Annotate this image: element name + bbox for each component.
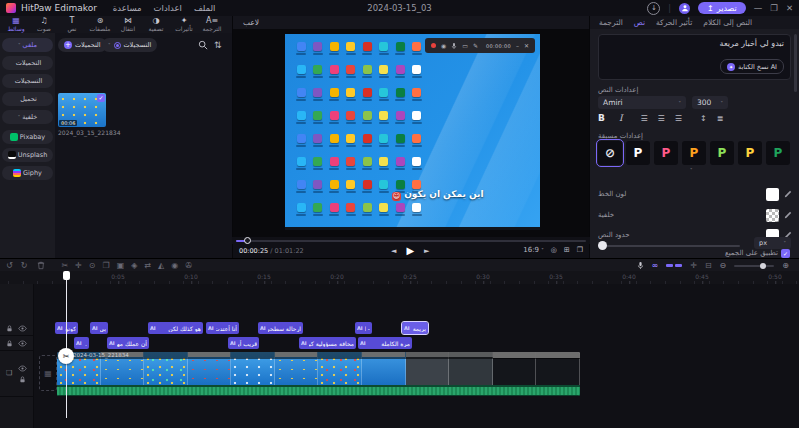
- asset-tab[interactable]: ⊛ ملصقات: [86, 17, 114, 32]
- edit-tool-icon[interactable]: ✂: [61, 262, 68, 270]
- panel-scrollbar[interactable]: [794, 34, 797, 92]
- eyedropper-icon[interactable]: [784, 211, 792, 219]
- border-width-slider[interactable]: [602, 245, 740, 247]
- subtitle-clip[interactable]: AI - ا: [355, 322, 372, 334]
- fullscreen-icon[interactable]: ❒: [577, 246, 583, 254]
- redo-icon[interactable]: ↻: [21, 262, 28, 270]
- aspect-ratio-dropdown[interactable]: 16:9 ˅: [523, 246, 543, 254]
- vertical-spacing-icon[interactable]: ↕: [700, 114, 707, 123]
- subtitle-clip[interactable]: AI .: [74, 337, 89, 349]
- zoom-out-icon[interactable]: ⊖: [720, 262, 727, 270]
- menu-settings[interactable]: اعدادات: [154, 3, 182, 13]
- visibility-eye-icon[interactable]: [18, 365, 27, 372]
- preset-style-tile[interactable]: P: [738, 141, 762, 165]
- font-color-swatch[interactable]: [766, 188, 779, 201]
- video-frame[interactable]: ◉ ▭ ✎ 00:00:00 – ✕ اين يمكن ان يكون ☺: [285, 34, 540, 230]
- marker-icon[interactable]: ✛: [690, 262, 697, 270]
- subtitle-clip[interactable]: AI بريمة: [402, 322, 428, 334]
- recordings-dropdown[interactable]: ˅ التسجيلات: [102, 38, 157, 52]
- play-button[interactable]: ▶: [406, 245, 414, 256]
- snapshot-icon[interactable]: ◎: [551, 246, 557, 254]
- undo-icon[interactable]: ↺: [6, 262, 13, 270]
- border-width-slider-thumb[interactable]: [598, 241, 607, 250]
- asset-tab[interactable]: ◑ تصفية: [142, 17, 170, 32]
- edit-tool-icon[interactable]: ▣: [117, 262, 125, 270]
- sort-icon[interactable]: ⇅: [214, 40, 222, 50]
- link-icon[interactable]: ∞: [652, 261, 659, 270]
- edit-tool-icon[interactable]: ✛: [75, 262, 82, 270]
- unit-dropdown[interactable]: px ˅: [754, 237, 791, 249]
- trash-icon[interactable]: [37, 261, 45, 270]
- line-spacing-icon[interactable]: ≣: [717, 114, 724, 123]
- provider-item[interactable]: Giphy: [2, 166, 53, 180]
- media-thumbnail[interactable]: ✓ 00:06: [58, 93, 106, 127]
- subtitle-clip[interactable]: AI أنا أعتدت: [206, 322, 239, 334]
- edit-tool-icon[interactable]: ◈: [131, 262, 137, 270]
- text-panel-tab[interactable]: تأثير الحركة: [656, 18, 692, 27]
- minimize-button[interactable]: —: [754, 3, 763, 13]
- playhead-handle[interactable]: [63, 271, 70, 280]
- menu-help[interactable]: مساعدة: [113, 3, 142, 13]
- preset-style-tile[interactable]: P: [654, 141, 678, 165]
- sidebar-item[interactable]: تحميل: [2, 92, 53, 106]
- edit-tool-icon[interactable]: ◉: [171, 262, 178, 270]
- magnet-icon[interactable]: [666, 264, 682, 267]
- restore-button[interactable]: ❐: [770, 3, 778, 13]
- provider-item[interactable]: Unsplash: [2, 148, 53, 162]
- asset-tab[interactable]: T نص: [58, 17, 86, 32]
- asset-tab[interactable]: ⋈ انتقال: [114, 17, 142, 32]
- preset-style-tile[interactable]: P: [626, 141, 650, 165]
- edit-tool-icon[interactable]: ◭: [158, 262, 164, 270]
- subtitle-clip[interactable]: AI هو كذلك لكن: [148, 322, 203, 334]
- bold-button[interactable]: B: [598, 113, 605, 123]
- align-left-icon[interactable]: ☰: [640, 114, 647, 123]
- preset-style-tile[interactable]: P: [682, 141, 706, 165]
- voiceover-mic-icon[interactable]: [637, 261, 644, 270]
- edit-tool-icon[interactable]: ⇄: [144, 262, 151, 270]
- subtitle-clip[interactable]: AI أن عملك مهم: [107, 337, 149, 349]
- subtitle-clip[interactable]: AI مرة الكاملة: [358, 337, 412, 349]
- edit-tool-icon[interactable]: ⊙: [89, 262, 96, 270]
- sidebar-item[interactable]: التحميلات: [2, 56, 53, 70]
- text-panel-tab[interactable]: نص: [634, 18, 645, 27]
- asset-tab[interactable]: A≡ الترجمة: [198, 17, 226, 32]
- text-panel-tab[interactable]: الترجمة: [599, 18, 623, 27]
- apply-to-all-checkbox[interactable]: ✓: [781, 249, 790, 258]
- add-media-placeholder[interactable]: ▦: [39, 355, 57, 391]
- seek-thumb[interactable]: [244, 237, 251, 244]
- add-downloads-button[interactable]: + التحميلات: [58, 38, 107, 52]
- seek-track[interactable]: [236, 240, 586, 242]
- zoom-slider-thumb[interactable]: [760, 263, 766, 269]
- lock-icon[interactable]: [19, 376, 26, 383]
- user-avatar[interactable]: [679, 3, 690, 14]
- close-button[interactable]: ✕: [786, 3, 793, 13]
- preset-style-tile[interactable]: ⊘: [598, 141, 622, 165]
- font-family-dropdown[interactable]: Amiri ˅: [598, 96, 686, 109]
- next-frame-button[interactable]: ►: [424, 247, 429, 255]
- export-button[interactable]: ↥ تصدير: [698, 2, 746, 14]
- italic-button[interactable]: I: [619, 113, 623, 123]
- zoom-in-icon[interactable]: ⊕: [782, 262, 789, 270]
- sidebar-item[interactable]: ˅ ملفي: [2, 38, 53, 52]
- text-panel-tab[interactable]: النص إلى الكلام: [703, 18, 752, 27]
- sidebar-item[interactable]: ˅ خلفية: [2, 110, 53, 124]
- preset-style-tile[interactable]: P: [766, 141, 790, 165]
- player-seekbar[interactable]: [232, 237, 590, 244]
- align-right-icon[interactable]: ☰: [675, 114, 682, 123]
- preset-style-tile[interactable]: P: [710, 141, 734, 165]
- subtitle-clip[interactable]: AI ارحالة سطحي: [258, 322, 303, 334]
- asset-tab[interactable]: ♫ صوت: [30, 17, 58, 32]
- video-clip[interactable]: 2024-03-15_221834: [57, 352, 580, 396]
- subtitle-clip[interactable]: AI بي: [90, 322, 108, 334]
- ai-copywriting-button[interactable]: ✦ نسخ الكتابة AI: [720, 59, 784, 74]
- edit-tool-icon[interactable]: ✇: [185, 262, 192, 270]
- presets-expand-icon[interactable]: ˅: [690, 167, 693, 173]
- track-manager-icon[interactable]: ⊟: [705, 262, 712, 270]
- font-size-dropdown[interactable]: 300 ˅: [692, 96, 728, 109]
- eyedropper-icon[interactable]: [784, 190, 792, 198]
- playhead-line[interactable]: [66, 271, 67, 418]
- align-center-icon[interactable]: ☰: [658, 114, 665, 123]
- timeline-ruler[interactable]: 0:050:100:150:200:250:300:350:400:450:50: [0, 271, 799, 284]
- split-scissors-button[interactable]: ✂: [58, 348, 74, 364]
- asset-tab[interactable]: ▦ وسائط: [2, 17, 30, 32]
